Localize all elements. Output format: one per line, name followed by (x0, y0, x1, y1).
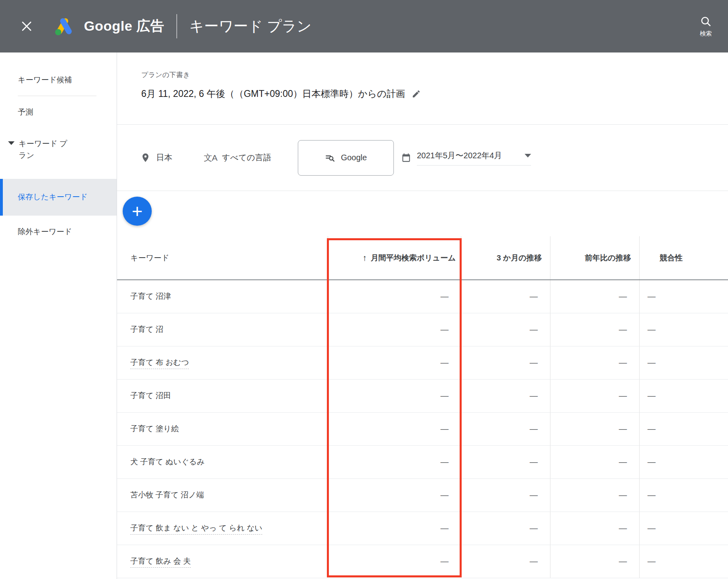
table-row[interactable]: 子育て 布 おむつ———— (117, 346, 728, 379)
three-month-change-cell: — (461, 412, 550, 445)
keyword-cell: 子育て 沼 (117, 313, 328, 346)
keyword-text: 子育て 沼津 (130, 292, 171, 300)
plus-icon: + (132, 202, 143, 220)
three-month-change-cell: — (461, 346, 550, 379)
table-row[interactable]: 犬 子育て ぬいぐるみ———— (117, 445, 728, 478)
competition-cell: — (639, 445, 728, 478)
avg-volume-cell: — (328, 512, 461, 545)
column-header-label: 前年比の推移 (585, 254, 631, 262)
three-month-change-cell: — (461, 379, 550, 412)
keyword-cell: 子育て 布 おむつ (117, 346, 328, 379)
competition-cell: — (639, 379, 728, 412)
avg-volume-cell: — (328, 445, 461, 478)
date-range-label: 2021年5月〜2022年4月 (417, 150, 502, 161)
calendar-icon (401, 153, 411, 163)
avg-volume-cell: — (328, 545, 461, 578)
dropdown-caret-icon (525, 154, 531, 157)
competition-cell: — (639, 478, 728, 512)
network-filter[interactable]: Google (298, 140, 394, 176)
keyword-text: 子育て 布 おむつ (130, 358, 189, 369)
sidebar-item-keyword-plan[interactable]: キーワード プラン (0, 128, 117, 171)
keyword-text: 子育て 沼田 (130, 391, 171, 400)
keyword-text: 苫小牧 子育て 沼ノ端 (130, 491, 204, 499)
column-header-keyword[interactable]: キーワード (117, 236, 328, 280)
location-pin-icon (140, 153, 151, 163)
add-keywords-button[interactable]: + (123, 197, 152, 226)
google-ads-logo-icon (53, 17, 75, 36)
three-month-change-cell: — (461, 313, 550, 346)
keyword-table-body: 子育て 沼津————子育て 沼————子育て 布 おむつ————子育て 沼田——… (117, 280, 728, 578)
language-filter[interactable]: 文A すべての言語 (204, 152, 271, 164)
search-network-icon (325, 153, 335, 163)
avg-volume-cell: — (328, 313, 461, 346)
keyword-cell: 子育て 飲み 会 夫 (117, 545, 328, 578)
sidebar-item-label: 除外キーワード (18, 227, 72, 236)
table-row[interactable]: 子育て 沼———— (117, 313, 728, 346)
search-icon (700, 15, 712, 29)
column-header-label: 月間平均検索ボリューム (371, 253, 456, 263)
column-header-label: キーワード (130, 254, 169, 262)
sidebar-item-negative-keywords[interactable]: 除外キーワード (0, 216, 117, 248)
competition-cell: — (639, 313, 728, 346)
column-header-avg-monthly-searches[interactable]: ↑ 月間平均検索ボリューム (328, 236, 461, 280)
competition-cell: — (639, 412, 728, 445)
keyword-cell: 子育て 沼田 (117, 379, 328, 412)
yoy-change-cell: — (550, 512, 639, 545)
saved-keywords-table: キーワード ↑ 月間平均検索ボリューム 3 か月の推移 前年比の推移 (117, 236, 728, 578)
column-header-yoy-change[interactable]: 前年比の推移 (550, 236, 639, 280)
keyword-text: 子育て 沼 (130, 325, 163, 334)
brand-title: Google 広告 (84, 17, 164, 36)
table-row[interactable]: 子育て 飲み 会 夫———— (117, 545, 728, 578)
yoy-change-cell: — (550, 412, 639, 445)
competition-cell: — (639, 545, 728, 578)
table-row[interactable]: 苫小牧 子育て 沼ノ端———— (117, 478, 728, 512)
sidebar-item-forecast[interactable]: 予測 (0, 96, 117, 128)
sidebar-item-label: キーワード プラン (19, 138, 75, 161)
three-month-change-cell: — (461, 478, 550, 512)
sidebar-item-saved-keywords[interactable]: 保存したキーワード (0, 179, 117, 216)
search-label: 検索 (700, 30, 712, 38)
column-header-label: 競合性 (660, 254, 683, 262)
sidebar-item-label: 予測 (18, 108, 33, 116)
column-header-competition[interactable]: 競合性 (639, 236, 728, 280)
close-icon[interactable] (18, 17, 36, 35)
column-header-three-month-change[interactable]: 3 か月の推移 (461, 236, 550, 280)
competition-cell: — (639, 346, 728, 379)
keyword-text: 子育て 飲ま ない と やっ て られ ない (130, 524, 262, 535)
yoy-change-cell: — (550, 379, 639, 412)
column-header-label: 3 か月の推移 (497, 254, 542, 262)
yoy-change-cell: — (550, 346, 639, 379)
avg-volume-cell: — (328, 346, 461, 379)
sidebar-item-keyword-ideas[interactable]: キーワード候補 (0, 64, 117, 96)
yoy-change-cell: — (550, 545, 639, 578)
table-row[interactable]: 子育て 沼津———— (117, 280, 728, 313)
yoy-change-cell: — (550, 445, 639, 478)
table-row[interactable]: 子育て 塗り絵———— (117, 412, 728, 445)
table-row[interactable]: 子育て 沼田———— (117, 379, 728, 412)
page-title: キーワード プラン (189, 17, 312, 36)
keyword-planner-page: Google 広告 キーワード プラン 検索 キーワード候補 予測 キーワード … (0, 0, 728, 579)
location-filter[interactable]: 日本 (140, 152, 172, 163)
avg-volume-cell: — (328, 280, 461, 313)
yoy-change-cell: — (550, 313, 639, 346)
sidebar-item-label: キーワード候補 (18, 76, 72, 84)
edit-pencil-icon[interactable] (412, 89, 421, 99)
translate-icon: 文A (204, 152, 217, 164)
avg-volume-cell: — (328, 478, 461, 512)
keyword-cell: 犬 子育て ぬいぐるみ (117, 445, 328, 478)
plan-header: プランの下書き 6月 11, 2022, 6 午後（（GMT+09:00）日本標… (117, 52, 728, 125)
yoy-change-cell: — (550, 478, 639, 512)
date-range-filter[interactable]: 2021年5月〜2022年4月 (401, 150, 531, 166)
keyword-cell: 苫小牧 子育て 沼ノ端 (117, 478, 328, 512)
topbar-divider (176, 14, 177, 38)
plan-draft-label: プランの下書き (141, 70, 728, 80)
avg-volume-cell: — (328, 379, 461, 412)
three-month-change-cell: — (461, 445, 550, 478)
competition-cell: — (639, 512, 728, 545)
competition-cell: — (639, 280, 728, 313)
avg-volume-cell: — (328, 412, 461, 445)
search-button[interactable]: 検索 (700, 15, 712, 38)
keyword-text: 犬 子育て ぬいぐるみ (130, 457, 205, 466)
language-filter-label: すべての言語 (222, 152, 271, 163)
table-row[interactable]: 子育て 飲ま ない と やっ て られ ない———— (117, 512, 728, 545)
